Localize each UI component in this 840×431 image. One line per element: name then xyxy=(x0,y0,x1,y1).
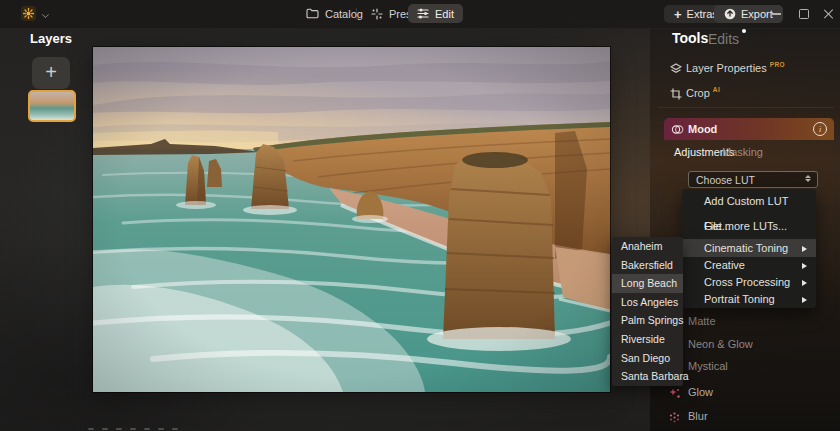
layers-panel-title: Layers xyxy=(30,31,72,46)
sparkle-wand-icon xyxy=(371,8,383,20)
mood-section-header[interactable]: Mood i xyxy=(664,118,834,140)
tab-catalog[interactable]: Catalog xyxy=(297,4,372,23)
mystical-label: Mystical xyxy=(688,360,728,372)
tab-edits[interactable]: Edits xyxy=(708,31,739,47)
submenu-item-palm-springs[interactable]: Palm Springs xyxy=(612,311,683,330)
info-icon[interactable]: i xyxy=(813,122,827,136)
tool-crop[interactable]: CropAI xyxy=(650,84,840,102)
glow-label: Glow xyxy=(688,386,713,398)
tool-blur[interactable]: Blur xyxy=(650,408,840,424)
plus-icon: + xyxy=(674,8,682,21)
add-layer-button[interactable]: + xyxy=(32,57,70,89)
tool-layer-properties[interactable]: Layer PropertiesPRO xyxy=(650,59,840,77)
crop-label: CropAI xyxy=(686,86,720,99)
lut-dropdown-value: Choose LUT xyxy=(696,174,755,186)
export-icon xyxy=(724,8,736,20)
submenu-item-santa-barbara[interactable]: Santa Barbara xyxy=(612,367,683,386)
tab-tools[interactable]: Tools xyxy=(672,30,708,46)
submenu-arrow-icon xyxy=(802,263,807,269)
bottom-toolbar-hint xyxy=(88,428,178,430)
topbar-divider xyxy=(356,8,357,20)
minimize-icon xyxy=(772,13,781,15)
mood-title: Mood xyxy=(688,123,717,135)
layers-icon xyxy=(670,61,682,79)
sliders-icon xyxy=(417,8,429,19)
submenu-item-san-diego[interactable]: San Diego xyxy=(612,349,683,368)
menu-item-add-custom-lut[interactable]: Add Custom LUT File... xyxy=(682,189,816,214)
submenu-item-long-beach[interactable]: Long Beach xyxy=(612,274,683,293)
submenu-item-riverside[interactable]: Riverside xyxy=(612,330,683,349)
layer-properties-label: Layer PropertiesPRO xyxy=(686,61,785,74)
submenu-arrow-icon xyxy=(802,297,807,303)
portrait-toning-label: Portrait Toning xyxy=(704,293,775,305)
mood-icon xyxy=(671,122,684,140)
tool-glow[interactable]: Glow xyxy=(650,384,840,400)
photo-canvas[interactable] xyxy=(93,47,610,392)
edits-label: Edits xyxy=(708,31,739,47)
submenu-arrow-icon xyxy=(802,246,807,252)
chevron-down-icon[interactable] xyxy=(42,11,49,18)
submenu-item-anaheim[interactable]: Anaheim xyxy=(612,237,683,256)
cross-processing-label: Cross Processing xyxy=(704,276,790,288)
catalog-label: Catalog xyxy=(325,8,363,20)
submenu-arrow-icon xyxy=(802,280,807,286)
maximize-icon xyxy=(799,9,809,19)
lut-dropdown[interactable]: Choose LUT xyxy=(688,171,818,188)
app-window: Catalog Presets Edit + Ex xyxy=(0,0,840,431)
panel-divider xyxy=(658,107,834,108)
blur-dots-icon xyxy=(668,410,681,428)
close-icon xyxy=(824,9,834,19)
glow-sparkles-icon xyxy=(668,386,681,404)
neon-glow-label: Neon & Glow xyxy=(688,338,753,350)
lut-city-submenu: Anaheim Bakersfield Long Beach Los Angel… xyxy=(612,237,683,386)
edit-label: Edit xyxy=(435,8,454,20)
maximize-button[interactable] xyxy=(791,0,817,28)
menu-item-cross-processing[interactable]: Cross Processing xyxy=(682,274,816,291)
menu-item-portrait-toning[interactable]: Portrait Toning xyxy=(682,291,816,308)
creative-label: Creative xyxy=(704,259,745,271)
lut-dropdown-menu: Add Custom LUT File... Get more LUTs... … xyxy=(682,189,816,308)
menu-item-cinematic-toning[interactable]: Cinematic Toning xyxy=(682,240,816,257)
submenu-item-bakersfield[interactable]: Bakersfield xyxy=(612,256,683,275)
crop-icon xyxy=(670,86,682,104)
close-button[interactable] xyxy=(816,0,840,28)
minimize-button[interactable] xyxy=(763,0,789,28)
menu-item-creative[interactable]: Creative xyxy=(682,257,816,274)
plus-icon: + xyxy=(45,62,57,82)
tab-masking[interactable]: Masking xyxy=(722,146,763,158)
app-logo-icon[interactable] xyxy=(21,6,36,21)
submenu-item-los-angeles[interactable]: Los Angeles xyxy=(612,293,683,312)
titlebar: Catalog Presets Edit + Ex xyxy=(0,0,840,29)
updown-chevron-icon xyxy=(805,175,811,183)
photo-image xyxy=(93,47,610,392)
pro-badge: PRO xyxy=(770,61,785,68)
ai-badge: AI xyxy=(713,86,720,93)
blur-label: Blur xyxy=(688,410,708,422)
layer-thumbnail[interactable] xyxy=(28,90,76,122)
cinematic-toning-label: Cinematic Toning xyxy=(704,242,788,254)
notification-dot xyxy=(742,29,746,33)
tab-edit[interactable]: Edit xyxy=(408,4,463,23)
sun-icon xyxy=(23,8,34,19)
menu-item-get-more-luts[interactable]: Get more LUTs... xyxy=(682,214,816,239)
matte-label: Matte xyxy=(688,315,716,327)
folder-icon xyxy=(306,8,319,19)
